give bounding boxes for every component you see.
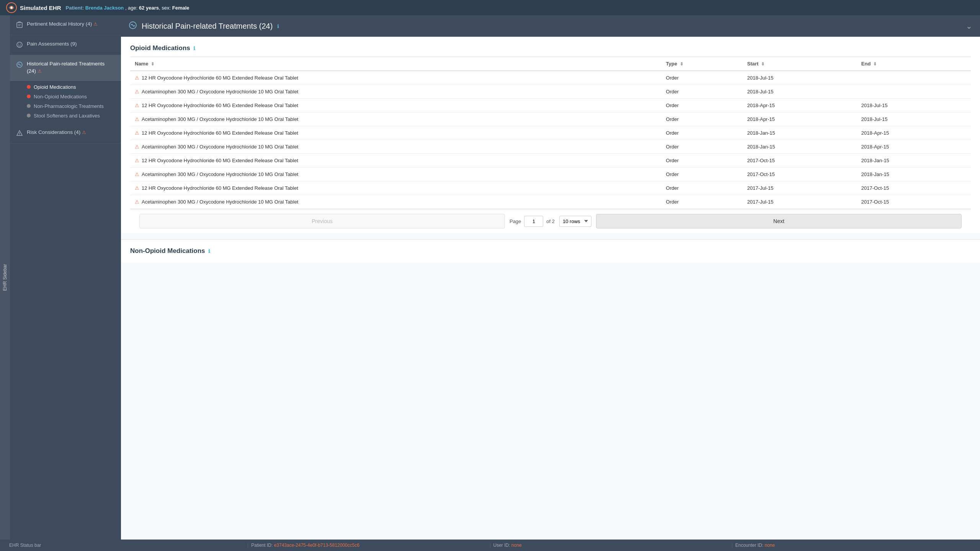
pagination-bar: Previous Page of 2 10 rows 20 rows 50 ro… — [130, 209, 971, 233]
cell-name: ⚠Acetaminophen 300 MG / Oxycodone Hydroc… — [130, 168, 662, 181]
status-bar: EHR Status bar Patient ID: e3743ace-2475… — [0, 540, 980, 551]
table-row: ⚠12 HR Oxycodone Hydrochloride 60 MG Ext… — [130, 71, 971, 85]
sidebar-item-medical-history[interactable]: Pertinent Medical History (4) ⚠ — [10, 15, 121, 35]
treatments-icon — [16, 61, 23, 69]
cell-type: Order — [662, 181, 743, 195]
table-row: ⚠12 HR Oxycodone Hydrochloride 60 MG Ext… — [130, 154, 971, 168]
opioid-info-icon[interactable]: ℹ — [193, 46, 195, 51]
warning-icon: ⚠ — [135, 158, 139, 163]
non-opioid-header: Non-Opioid Medications ℹ — [130, 247, 971, 255]
cell-start: 2018-Jul-15 — [743, 85, 857, 99]
cell-type: Order — [662, 168, 743, 181]
opioid-table-body: ⚠12 HR Oxycodone Hydrochloride 60 MG Ext… — [130, 71, 971, 209]
cell-end: 2018-Jul-15 — [857, 99, 971, 112]
section-header-icon — [129, 21, 137, 31]
cell-name: ⚠12 HR Oxycodone Hydrochloride 60 MG Ext… — [130, 126, 662, 140]
section-title: Historical Pain-related Treatments (24) — [142, 22, 273, 31]
patient-age-sex: , age: 62 years, sex: Female — [125, 5, 189, 11]
cell-start: 2017-Jul-15 — [743, 195, 857, 209]
warning-icon: ⚠ — [135, 130, 139, 136]
section-header: Historical Pain-related Treatments (24) … — [121, 15, 980, 37]
clipboard-icon — [16, 21, 23, 29]
non-opioid-title: Non-Opioid Medications — [130, 247, 205, 255]
opioid-section-header: Opioid Medications ℹ — [130, 44, 971, 57]
cell-start: 2017-Oct-15 — [743, 154, 857, 168]
cell-end — [857, 85, 971, 99]
sidebar-subitem-stool-softeners[interactable]: Stool Softeners and Laxatives — [24, 111, 121, 121]
table-row: ⚠Acetaminophen 300 MG / Oxycodone Hydroc… — [130, 168, 971, 181]
dot-red-icon — [27, 85, 31, 89]
cell-name: ⚠Acetaminophen 300 MG / Oxycodone Hydroc… — [130, 195, 662, 209]
warning-icon: ⚠ — [135, 171, 139, 177]
cell-start: 2018-Jul-15 — [743, 71, 857, 85]
cell-end: 2017-Oct-15 — [857, 181, 971, 195]
cell-start: 2017-Oct-15 — [743, 168, 857, 181]
opioid-medications-table: Name ⇕ Type ⇕ Start ⇕ — [130, 57, 971, 209]
col-name[interactable]: Name ⇕ — [130, 57, 662, 71]
warning-icon: ⚠ — [135, 75, 139, 81]
sidebar-item-pain-assessments[interactable]: Pain Assessments (9) — [10, 35, 121, 55]
rows-per-page-select[interactable]: 10 rows 20 rows 50 rows — [559, 216, 591, 227]
non-opioid-section: Non-Opioid Medications ℹ — [121, 239, 980, 262]
previous-button[interactable]: Previous — [139, 214, 505, 228]
chevron-down-icon[interactable]: ⌄ — [966, 21, 972, 31]
sidebar-subitems: Opioid Medications Non-Opioid Medication… — [10, 81, 121, 124]
face-icon — [16, 41, 23, 49]
col-end[interactable]: End ⇕ — [857, 57, 971, 71]
content-area: Opioid Medications ℹ Name ⇕ Type ⇕ — [121, 37, 980, 540]
cell-end — [857, 71, 971, 85]
cell-type: Order — [662, 154, 743, 168]
cell-name: ⚠Acetaminophen 300 MG / Oxycodone Hydroc… — [130, 85, 662, 99]
status-user-id: User ID: none — [490, 543, 732, 548]
ehr-sidebar-tab[interactable]: EHR Sidebar — [0, 15, 10, 540]
sidebar-pain-label: Pain Assessments (9) — [27, 41, 77, 48]
cell-type: Order — [662, 140, 743, 154]
section-header-title: Historical Pain-related Treatments (24) … — [129, 21, 279, 31]
sidebar-item-risk-text: Risk Considerations (4) ⚠ — [27, 129, 86, 136]
next-button[interactable]: Next — [596, 214, 962, 228]
dot-gray-icon — [27, 104, 31, 108]
cell-end: 2018-Apr-15 — [857, 126, 971, 140]
sidebar-item-medical-history-text: Pertinent Medical History (4) ⚠ — [27, 21, 98, 28]
svg-rect-2 — [17, 23, 22, 28]
status-patient-id: Patient ID: e3743ace-2475-4e0f-b713-5812… — [248, 543, 490, 548]
cell-name: ⚠12 HR Oxycodone Hydrochloride 60 MG Ext… — [130, 99, 662, 112]
col-start[interactable]: Start ⇕ — [743, 57, 857, 71]
svg-point-10 — [19, 134, 20, 135]
cell-name: ⚠12 HR Oxycodone Hydrochloride 60 MG Ext… — [130, 181, 662, 195]
sidebar-subitem-non-pharmacologic[interactable]: Non-Pharmacologic Treatments — [24, 101, 121, 111]
warning-icon: ⚠ — [135, 144, 139, 150]
alert-icon — [16, 130, 23, 138]
top-bar: Simulated EHR Patient: Brenda Jackson , … — [0, 0, 980, 15]
col-type[interactable]: Type ⇕ — [662, 57, 743, 71]
non-opioid-info-icon[interactable]: ℹ — [208, 248, 210, 254]
sidebar-item-risk-considerations[interactable]: Risk Considerations (4) ⚠ — [10, 124, 121, 143]
page-input[interactable] — [524, 216, 543, 227]
cell-type: Order — [662, 126, 743, 140]
sidebar-subitem-non-opioid[interactable]: Non-Opioid Medications — [24, 92, 121, 101]
sidebar-subitem-opioid[interactable]: Opioid Medications — [24, 82, 121, 92]
table-row: ⚠Acetaminophen 300 MG / Oxycodone Hydroc… — [130, 85, 971, 99]
cell-type: Order — [662, 195, 743, 209]
patient-info: Patient: Brenda Jackson , age: 62 years,… — [66, 5, 189, 11]
cell-start: 2018-Apr-15 — [743, 112, 857, 126]
cell-name: ⚠Acetaminophen 300 MG / Oxycodone Hydroc… — [130, 112, 662, 126]
sidebar-item-historical-treatments[interactable]: Historical Pain-related Treatments (24) … — [10, 55, 121, 81]
main-layout: EHR Sidebar Pertinent Medical History (4… — [0, 15, 980, 540]
app-title: Simulated EHR — [20, 5, 61, 11]
app-logo: Simulated EHR — [6, 2, 61, 13]
svg-point-5 — [17, 42, 22, 47]
of-pages: of 2 — [546, 218, 555, 224]
warning-icon: ⚠ — [135, 89, 139, 95]
page-info: Page of 2 — [510, 216, 555, 227]
sort-icon-name: ⇕ — [151, 62, 154, 66]
table-row: ⚠Acetaminophen 300 MG / Oxycodone Hydroc… — [130, 195, 971, 209]
table-header-row: Name ⇕ Type ⇕ Start ⇕ — [130, 57, 971, 71]
section-info-icon[interactable]: ℹ — [277, 23, 279, 29]
cell-start: 2018-Jan-15 — [743, 126, 857, 140]
warning-icon: ⚠ — [135, 103, 139, 108]
cell-end: 2018-Jan-15 — [857, 168, 971, 181]
sort-icon-start: ⇕ — [761, 62, 764, 66]
table-row: ⚠12 HR Oxycodone Hydrochloride 60 MG Ext… — [130, 99, 971, 112]
table-row: ⚠12 HR Oxycodone Hydrochloride 60 MG Ext… — [130, 126, 971, 140]
